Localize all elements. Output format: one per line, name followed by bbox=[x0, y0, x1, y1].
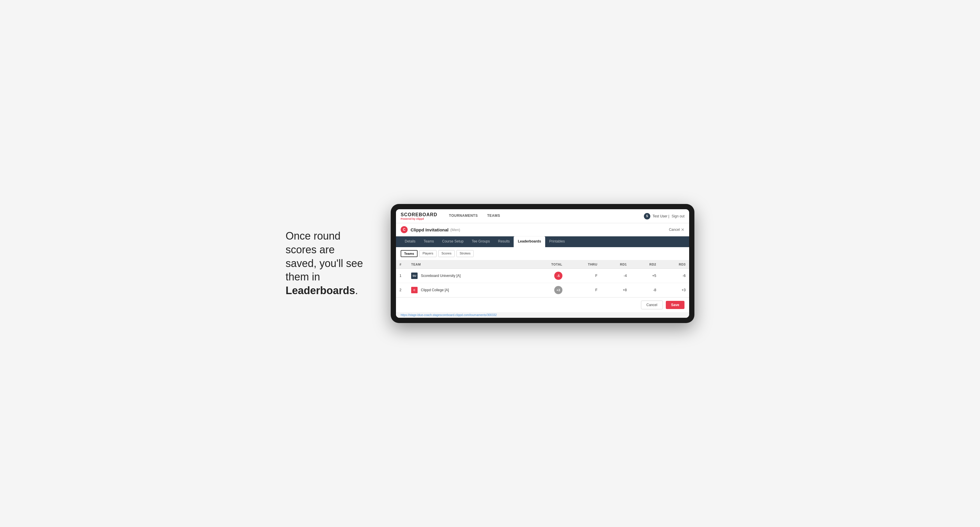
leaderboard-table: # TEAM TOTAL THRU RD1 RD2 RD3 1 SU Score… bbox=[396, 260, 689, 297]
url-display: https://stage-blue-coach.stagescoreboard… bbox=[401, 313, 497, 317]
cell-rd2: +5 bbox=[630, 269, 660, 283]
tab-tee-groups[interactable]: Tee Groups bbox=[468, 237, 494, 247]
tabs-bar: Details Teams Course Setup Tee Groups Re… bbox=[396, 237, 689, 247]
subtab-scores[interactable]: Scores bbox=[438, 250, 455, 257]
col-thru: THRU bbox=[566, 260, 601, 269]
table-header-row: # TEAM TOTAL THRU RD1 RD2 RD3 bbox=[396, 260, 689, 269]
subtab-players[interactable]: Players bbox=[419, 250, 437, 257]
subtab-teams[interactable]: Teams bbox=[401, 250, 418, 257]
table-row: 2 C Clippd College [A] +3 F +8 -8 +3 bbox=[396, 283, 689, 297]
nav-right: S Test User | Sign out bbox=[644, 213, 684, 219]
desc-line5-end: . bbox=[355, 284, 358, 297]
brand: SCOREBOARD Powered by clippd bbox=[401, 212, 438, 220]
left-description: Once round scores are saved, you'll see … bbox=[286, 229, 373, 298]
brand-sub: Powered by clippd bbox=[401, 217, 438, 220]
col-rd2: RD2 bbox=[630, 260, 660, 269]
table-row: 1 SU Scoreboard University [A] -5 F -4 +… bbox=[396, 269, 689, 283]
cell-rd3: +3 bbox=[660, 283, 689, 297]
user-name: Test User | bbox=[653, 214, 669, 218]
tab-details[interactable]: Details bbox=[401, 237, 420, 247]
cell-rank: 2 bbox=[396, 283, 408, 297]
col-total: TOTAL bbox=[527, 260, 566, 269]
nav-teams[interactable]: TEAMS bbox=[482, 209, 505, 223]
tablet-frame: SCOREBOARD Powered by clippd TOURNAMENTS… bbox=[391, 204, 694, 323]
tournament-name: Clippd Invitational bbox=[410, 227, 449, 232]
cancel-button[interactable]: Cancel bbox=[641, 300, 663, 309]
tab-course-setup[interactable]: Course Setup bbox=[438, 237, 468, 247]
save-button[interactable]: Save bbox=[666, 301, 684, 309]
close-icon[interactable]: ✕ bbox=[681, 227, 684, 232]
cell-total: +3 bbox=[527, 283, 566, 297]
tab-printables[interactable]: Printables bbox=[545, 237, 569, 247]
desc-line1: Once round bbox=[286, 230, 340, 242]
desc-line2: scores are bbox=[286, 244, 335, 256]
nav-tournaments[interactable]: TOURNAMENTS bbox=[444, 209, 483, 223]
sign-out-link[interactable]: Sign out bbox=[671, 214, 684, 218]
cell-thru: F bbox=[566, 269, 601, 283]
cell-rd1: -4 bbox=[601, 269, 630, 283]
tournament-sub: (Men) bbox=[450, 228, 460, 232]
top-nav: SCOREBOARD Powered by clippd TOURNAMENTS… bbox=[396, 209, 689, 223]
col-rd3: RD3 bbox=[660, 260, 689, 269]
cell-rd3: -6 bbox=[660, 269, 689, 283]
desc-line4: them in bbox=[286, 271, 320, 283]
tab-leaderboards[interactable]: Leaderboards bbox=[514, 237, 545, 247]
tournament-cancel-btn[interactable]: Cancel ✕ bbox=[669, 227, 684, 232]
subtab-strokes[interactable]: Strokes bbox=[457, 250, 474, 257]
page-container: Once round scores are saved, you'll see … bbox=[286, 204, 694, 323]
cell-team: C Clippd College [A] bbox=[408, 283, 527, 297]
tab-results[interactable]: Results bbox=[494, 237, 514, 247]
col-team: TEAM bbox=[408, 260, 527, 269]
user-avatar: S bbox=[644, 213, 650, 219]
cell-total: -5 bbox=[527, 269, 566, 283]
col-rank: # bbox=[396, 260, 408, 269]
desc-line5-bold: Leaderboards bbox=[286, 284, 355, 297]
footer: Cancel Save bbox=[396, 297, 689, 312]
tournament-header: C Clippd Invitational (Men) Cancel ✕ bbox=[396, 223, 689, 237]
brand-title: SCOREBOARD bbox=[401, 212, 438, 217]
cell-thru: F bbox=[566, 283, 601, 297]
nav-links: TOURNAMENTS TEAMS bbox=[444, 209, 505, 223]
status-bar: https://stage-blue-coach.stagescoreboard… bbox=[396, 312, 689, 318]
tournament-icon: C bbox=[401, 226, 408, 233]
cell-rd2: -8 bbox=[630, 283, 660, 297]
desc-line3: saved, you'll see bbox=[286, 257, 363, 269]
col-rd1: RD1 bbox=[601, 260, 630, 269]
cell-rd1: +8 bbox=[601, 283, 630, 297]
tab-teams[interactable]: Teams bbox=[420, 237, 438, 247]
cell-team: SU Scoreboard University [A] bbox=[408, 269, 527, 283]
cell-rank: 1 bbox=[396, 269, 408, 283]
tablet-screen: SCOREBOARD Powered by clippd TOURNAMENTS… bbox=[396, 209, 689, 318]
sub-tabs: Teams Players Scores Strokes bbox=[396, 247, 689, 260]
